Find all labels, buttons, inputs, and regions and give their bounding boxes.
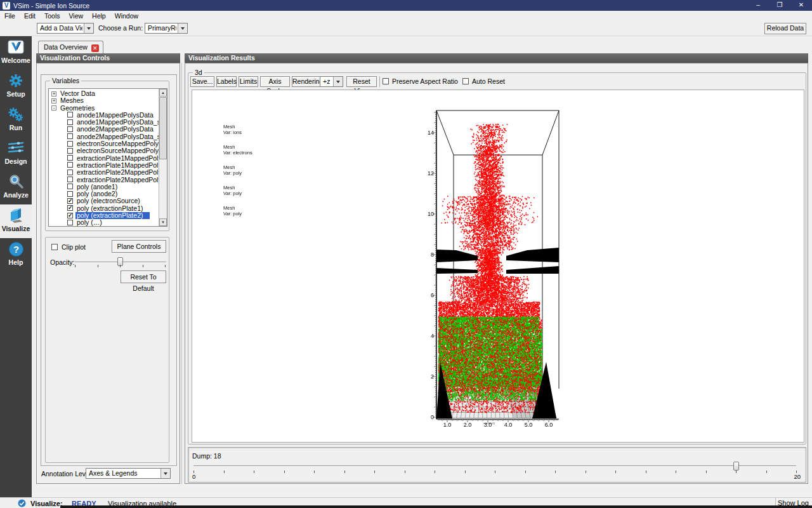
sidebar-item-help[interactable]: ?Help [0,238,32,272]
chevron-down-icon[interactable] [84,23,93,33]
sidebar-item-design[interactable]: Design [0,137,32,171]
timeline-tick [495,471,495,473]
controls-panel-header: Visualization Controls [36,53,180,63]
tree-item-checkbox[interactable] [67,126,73,132]
maximize-button[interactable]: ❐ [769,0,790,11]
vsim-window: V VSim - Simple Ion Source – ❐ ✕ FileEdi… [0,0,812,508]
tree-item-checkbox[interactable] [67,191,73,197]
toolbar-button-labels[interactable]: Labels [216,76,237,87]
menu-item-view[interactable]: View [65,11,88,21]
question-icon: ? [0,240,32,258]
dump-slider-track[interactable] [193,465,796,467]
choose-run-label: Choose a Run: [98,24,143,32]
3d-viewport[interactable] [192,90,804,442]
title-bar[interactable]: V VSim - Simple Ion Source – ❐ ✕ [0,0,812,11]
tree-row[interactable]: +Meshes [49,97,159,104]
tree-item-checkbox[interactable] [67,162,73,168]
opacity-tick [120,265,121,267]
tree-item-label: poly (…) [77,219,102,226]
tree-item-checkbox[interactable] [67,220,73,225]
toolbar-button-save[interactable]: Save... [190,76,214,87]
annotation-level-value: Axes & Legends [89,469,159,477]
tab-data-overview[interactable]: Data Overview✕ [38,41,103,53]
chevron-down-icon[interactable] [160,469,170,478]
annotation-level-combo[interactable]: Axes & Legends [86,468,171,479]
menu-item-window[interactable]: Window [110,11,143,21]
reload-data-button[interactable]: Reload Data [764,23,806,34]
toolbar-button-limits[interactable]: Limits [239,76,258,87]
view-direction-combo[interactable]: +z [320,76,343,87]
tree-item-checkbox[interactable] [67,198,73,204]
tree-row[interactable]: extractionPlate2MappedPolys... [49,169,159,176]
reset-to-default-button[interactable]: Reset To Default [121,271,166,283]
sidebar-item-label: Setup [0,90,32,98]
close-button[interactable]: ✕ [790,0,812,11]
scrollbar-thumb[interactable] [159,97,167,159]
clip-plot-checkbox[interactable] [51,244,58,250]
tree-item-checkbox[interactable] [67,141,73,147]
dump-slider-handle[interactable] [733,462,739,471]
tree-item-label: poly (extractionPlate2) [77,212,143,219]
status-prefix: Visualize: [30,500,63,507]
tree-item-checkbox[interactable] [67,177,73,182]
chevron-down-icon[interactable] [178,23,187,33]
tree-item-checkbox[interactable] [67,170,73,175]
sidebar-item-setup[interactable]: Setup [0,70,32,104]
tree-item-checkbox[interactable] [67,184,73,189]
tree-item-checkbox[interactable] [67,205,73,211]
chevron-down-icon[interactable] [333,77,343,86]
timeline-tick [646,471,646,473]
main-toolbar: Add a Data View Choose a Run: PrimaryRun… [0,21,812,36]
menu-item-file[interactable]: File [0,11,20,21]
sidebar-item-analyze[interactable]: Analyze [0,171,32,204]
plot-legend-entry: MeshVar: ions [223,124,242,135]
gear-icon [0,72,32,90]
opacity-tick [98,265,98,267]
reset-view-button[interactable]: Reset View [346,76,377,87]
view-direction-value: +z [323,77,332,85]
auto-reset-label: Auto Reset [472,77,505,85]
tree-row[interactable]: poly (extractionPlate2) [49,212,159,219]
menu-item-edit[interactable]: Edit [20,11,40,21]
tree-item-checkbox[interactable] [67,119,73,125]
tree-row[interactable]: poly (…) [49,219,159,226]
add-data-view-combo[interactable]: Add a Data View [37,23,94,34]
toolbar-button-axis-scale[interactable]: Axis Scale [260,76,290,87]
add-data-view-value: Add a Data View [40,24,82,32]
window-title: VSim - Simple Ion Source [13,2,89,10]
run-combo[interactable]: PrimaryRun [145,23,188,34]
panel-splitter[interactable] [181,63,182,484]
tree-item-checkbox[interactable] [67,148,73,154]
minimize-button[interactable]: – [747,0,769,11]
tree-scrollbar[interactable]: ▲ ▼ [159,89,167,226]
menu-item-help[interactable]: Help [88,11,110,21]
sidebar-item-run[interactable]: Run [0,104,32,137]
tree-item-checkbox[interactable] [67,155,73,161]
scroll-down-icon[interactable]: ▼ [159,218,167,226]
timeline-tick [224,471,225,473]
tree-expander-icon[interactable]: - [51,105,56,110]
plot-legend-entry: MeshVar: poly [223,206,242,217]
scroll-up-icon[interactable]: ▲ [159,89,167,97]
opacity-tick [75,265,75,267]
preserve-aspect-checkbox[interactable] [383,78,389,84]
tree-expander-icon[interactable]: + [51,98,56,104]
tree-item-checkbox[interactable] [67,213,73,218]
tree-expander-icon[interactable]: + [51,91,56,97]
variables-tree[interactable]: +Vector Data+Meshes-Geometriesanode1Mapp… [48,88,167,227]
timeline-tick [344,471,345,473]
tab-close-icon[interactable]: ✕ [91,44,99,52]
vsim-logo-icon [0,38,32,56]
toolbar-button-rendering[interactable]: Rendering [292,76,322,87]
sidebar-item-welcome[interactable]: Welcome [0,36,32,70]
plane-controls-button[interactable]: Plane Controls [112,240,166,253]
clip-groupbox: Clip plot Plane Controls Opacity: Reset … [45,237,169,463]
tree-item-label: Meshes [60,97,84,104]
tree-item-checkbox[interactable] [67,133,73,139]
auto-reset-checkbox[interactable] [462,78,469,84]
tree-item-checkbox[interactable] [67,112,73,117]
menu-item-tools[interactable]: Tools [40,11,65,21]
sidebar-item-visualize[interactable]: Visualize [0,204,32,238]
tree-row[interactable]: electronSourceMappedPolysD... [49,147,159,154]
sidebar-item-label: Analyze [0,191,32,199]
